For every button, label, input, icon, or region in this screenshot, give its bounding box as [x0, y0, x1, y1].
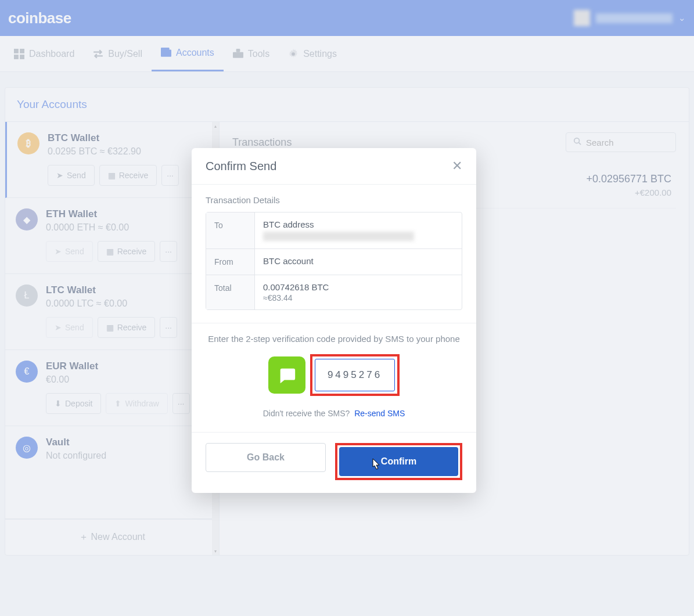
resend-question: Didn't receive the SMS? [263, 409, 350, 418]
to-address-redacted: ████████████████████ [263, 232, 414, 241]
close-icon[interactable]: ✕ [452, 158, 462, 174]
sms-icon [268, 356, 305, 394]
row-label-from: From [206, 249, 255, 275]
total-fiat: ≈€83.44 [263, 293, 454, 302]
confirm-button[interactable]: Confirm [339, 447, 458, 476]
confirm-highlight: Confirm [335, 443, 462, 480]
verification-instruction: Enter the 2-step verification code provi… [206, 334, 462, 344]
resend-sms-link[interactable]: Re-send SMS [354, 409, 405, 418]
go-back-button[interactable]: Go Back [206, 443, 326, 472]
verification-code-input[interactable] [315, 359, 395, 391]
confirm-send-modal: Confirm Send ✕ Transaction Details To BT… [192, 148, 476, 493]
modal-title: Confirm Send [206, 160, 276, 173]
row-label-to: To [206, 212, 255, 248]
row-label-total: Total [206, 275, 255, 309]
code-highlight [310, 354, 400, 396]
to-value: BTC address [263, 219, 454, 229]
from-value: BTC account [255, 249, 462, 275]
total-crypto: 0.00742618 BTC [263, 282, 454, 292]
transaction-details-table: To BTC address ████████████████████ From… [206, 212, 462, 310]
modal-subtitle: Transaction Details [206, 195, 462, 205]
